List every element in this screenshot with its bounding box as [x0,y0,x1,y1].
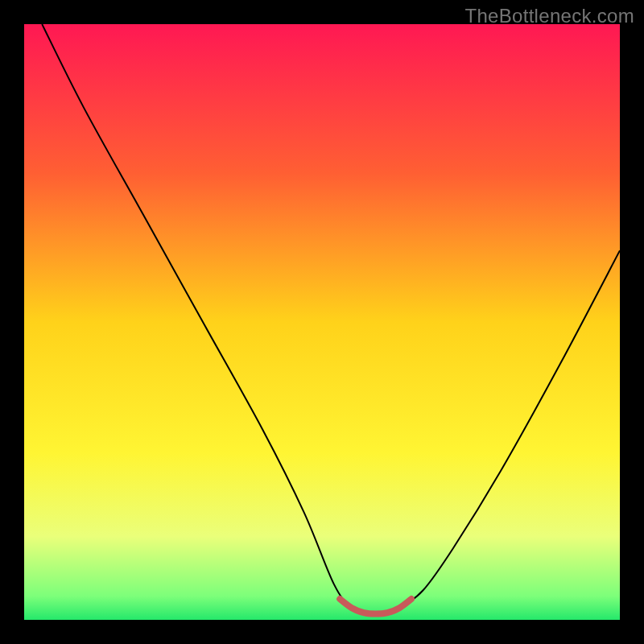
chart-container: TheBottleneck.com [0,0,644,644]
curves-layer [24,24,620,620]
bottleneck-curve [42,24,620,615]
plot-area [24,24,620,620]
optimal-band [340,599,411,614]
